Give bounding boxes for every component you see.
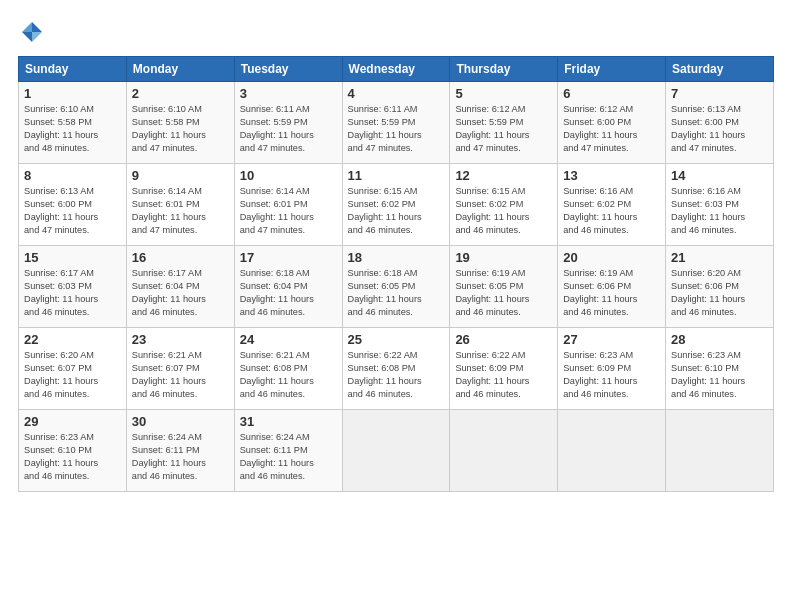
calendar-cell: 22Sunrise: 6:20 AM Sunset: 6:07 PM Dayli… xyxy=(19,328,127,410)
day-number: 8 xyxy=(24,168,121,183)
weekday-monday: Monday xyxy=(126,57,234,82)
day-number: 4 xyxy=(348,86,445,101)
day-number: 1 xyxy=(24,86,121,101)
day-info: Sunrise: 6:24 AM Sunset: 6:11 PM Dayligh… xyxy=(132,431,229,483)
calendar-cell xyxy=(666,410,774,492)
day-info: Sunrise: 6:12 AM Sunset: 6:00 PM Dayligh… xyxy=(563,103,660,155)
calendar-cell: 12Sunrise: 6:15 AM Sunset: 6:02 PM Dayli… xyxy=(450,164,558,246)
calendar-week-1: 1Sunrise: 6:10 AM Sunset: 5:58 PM Daylig… xyxy=(19,82,774,164)
calendar-cell: 26Sunrise: 6:22 AM Sunset: 6:09 PM Dayli… xyxy=(450,328,558,410)
day-info: Sunrise: 6:23 AM Sunset: 6:10 PM Dayligh… xyxy=(24,431,121,483)
calendar-cell: 25Sunrise: 6:22 AM Sunset: 6:08 PM Dayli… xyxy=(342,328,450,410)
day-number: 21 xyxy=(671,250,768,265)
calendar-cell: 1Sunrise: 6:10 AM Sunset: 5:58 PM Daylig… xyxy=(19,82,127,164)
day-number: 11 xyxy=(348,168,445,183)
day-info: Sunrise: 6:21 AM Sunset: 6:08 PM Dayligh… xyxy=(240,349,337,401)
calendar-cell: 24Sunrise: 6:21 AM Sunset: 6:08 PM Dayli… xyxy=(234,328,342,410)
day-info: Sunrise: 6:19 AM Sunset: 6:06 PM Dayligh… xyxy=(563,267,660,319)
calendar-cell: 20Sunrise: 6:19 AM Sunset: 6:06 PM Dayli… xyxy=(558,246,666,328)
day-number: 14 xyxy=(671,168,768,183)
day-info: Sunrise: 6:24 AM Sunset: 6:11 PM Dayligh… xyxy=(240,431,337,483)
day-info: Sunrise: 6:15 AM Sunset: 6:02 PM Dayligh… xyxy=(348,185,445,237)
calendar-cell xyxy=(342,410,450,492)
calendar-cell: 19Sunrise: 6:19 AM Sunset: 6:05 PM Dayli… xyxy=(450,246,558,328)
calendar-cell: 4Sunrise: 6:11 AM Sunset: 5:59 PM Daylig… xyxy=(342,82,450,164)
day-number: 16 xyxy=(132,250,229,265)
calendar-cell: 30Sunrise: 6:24 AM Sunset: 6:11 PM Dayli… xyxy=(126,410,234,492)
day-number: 19 xyxy=(455,250,552,265)
day-info: Sunrise: 6:23 AM Sunset: 6:10 PM Dayligh… xyxy=(671,349,768,401)
day-number: 3 xyxy=(240,86,337,101)
calendar-week-5: 29Sunrise: 6:23 AM Sunset: 6:10 PM Dayli… xyxy=(19,410,774,492)
day-number: 27 xyxy=(563,332,660,347)
day-number: 9 xyxy=(132,168,229,183)
day-info: Sunrise: 6:20 AM Sunset: 6:07 PM Dayligh… xyxy=(24,349,121,401)
day-info: Sunrise: 6:11 AM Sunset: 5:59 PM Dayligh… xyxy=(240,103,337,155)
day-info: Sunrise: 6:13 AM Sunset: 6:00 PM Dayligh… xyxy=(671,103,768,155)
day-info: Sunrise: 6:11 AM Sunset: 5:59 PM Dayligh… xyxy=(348,103,445,155)
calendar-week-3: 15Sunrise: 6:17 AM Sunset: 6:03 PM Dayli… xyxy=(19,246,774,328)
day-number: 10 xyxy=(240,168,337,183)
day-info: Sunrise: 6:10 AM Sunset: 5:58 PM Dayligh… xyxy=(24,103,121,155)
calendar-cell xyxy=(558,410,666,492)
day-number: 2 xyxy=(132,86,229,101)
day-number: 23 xyxy=(132,332,229,347)
day-info: Sunrise: 6:20 AM Sunset: 6:06 PM Dayligh… xyxy=(671,267,768,319)
day-number: 18 xyxy=(348,250,445,265)
day-number: 17 xyxy=(240,250,337,265)
day-number: 29 xyxy=(24,414,121,429)
calendar-cell: 23Sunrise: 6:21 AM Sunset: 6:07 PM Dayli… xyxy=(126,328,234,410)
day-info: Sunrise: 6:15 AM Sunset: 6:02 PM Dayligh… xyxy=(455,185,552,237)
day-info: Sunrise: 6:21 AM Sunset: 6:07 PM Dayligh… xyxy=(132,349,229,401)
logo xyxy=(18,18,50,46)
day-info: Sunrise: 6:23 AM Sunset: 6:09 PM Dayligh… xyxy=(563,349,660,401)
day-number: 25 xyxy=(348,332,445,347)
logo-icon xyxy=(18,18,46,46)
calendar-cell: 6Sunrise: 6:12 AM Sunset: 6:00 PM Daylig… xyxy=(558,82,666,164)
day-info: Sunrise: 6:16 AM Sunset: 6:02 PM Dayligh… xyxy=(563,185,660,237)
calendar-cell: 29Sunrise: 6:23 AM Sunset: 6:10 PM Dayli… xyxy=(19,410,127,492)
calendar-cell: 16Sunrise: 6:17 AM Sunset: 6:04 PM Dayli… xyxy=(126,246,234,328)
calendar-cell: 3Sunrise: 6:11 AM Sunset: 5:59 PM Daylig… xyxy=(234,82,342,164)
calendar-cell: 14Sunrise: 6:16 AM Sunset: 6:03 PM Dayli… xyxy=(666,164,774,246)
calendar-cell: 10Sunrise: 6:14 AM Sunset: 6:01 PM Dayli… xyxy=(234,164,342,246)
day-number: 30 xyxy=(132,414,229,429)
day-number: 5 xyxy=(455,86,552,101)
calendar-cell: 18Sunrise: 6:18 AM Sunset: 6:05 PM Dayli… xyxy=(342,246,450,328)
day-info: Sunrise: 6:12 AM Sunset: 5:59 PM Dayligh… xyxy=(455,103,552,155)
weekday-friday: Friday xyxy=(558,57,666,82)
calendar-cell: 15Sunrise: 6:17 AM Sunset: 6:03 PM Dayli… xyxy=(19,246,127,328)
day-info: Sunrise: 6:16 AM Sunset: 6:03 PM Dayligh… xyxy=(671,185,768,237)
calendar-table: SundayMondayTuesdayWednesdayThursdayFrid… xyxy=(18,56,774,492)
page: SundayMondayTuesdayWednesdayThursdayFrid… xyxy=(0,0,792,612)
calendar-cell: 17Sunrise: 6:18 AM Sunset: 6:04 PM Dayli… xyxy=(234,246,342,328)
day-number: 7 xyxy=(671,86,768,101)
day-number: 15 xyxy=(24,250,121,265)
day-number: 6 xyxy=(563,86,660,101)
calendar-cell xyxy=(450,410,558,492)
day-number: 22 xyxy=(24,332,121,347)
day-info: Sunrise: 6:13 AM Sunset: 6:00 PM Dayligh… xyxy=(24,185,121,237)
calendar-cell: 7Sunrise: 6:13 AM Sunset: 6:00 PM Daylig… xyxy=(666,82,774,164)
day-number: 13 xyxy=(563,168,660,183)
weekday-tuesday: Tuesday xyxy=(234,57,342,82)
calendar-cell: 2Sunrise: 6:10 AM Sunset: 5:58 PM Daylig… xyxy=(126,82,234,164)
day-number: 26 xyxy=(455,332,552,347)
calendar-body: 1Sunrise: 6:10 AM Sunset: 5:58 PM Daylig… xyxy=(19,82,774,492)
day-info: Sunrise: 6:17 AM Sunset: 6:03 PM Dayligh… xyxy=(24,267,121,319)
day-info: Sunrise: 6:18 AM Sunset: 6:05 PM Dayligh… xyxy=(348,267,445,319)
calendar-cell: 8Sunrise: 6:13 AM Sunset: 6:00 PM Daylig… xyxy=(19,164,127,246)
day-info: Sunrise: 6:14 AM Sunset: 6:01 PM Dayligh… xyxy=(240,185,337,237)
day-info: Sunrise: 6:19 AM Sunset: 6:05 PM Dayligh… xyxy=(455,267,552,319)
calendar-cell: 11Sunrise: 6:15 AM Sunset: 6:02 PM Dayli… xyxy=(342,164,450,246)
day-number: 24 xyxy=(240,332,337,347)
day-info: Sunrise: 6:22 AM Sunset: 6:09 PM Dayligh… xyxy=(455,349,552,401)
day-info: Sunrise: 6:10 AM Sunset: 5:58 PM Dayligh… xyxy=(132,103,229,155)
weekday-header-row: SundayMondayTuesdayWednesdayThursdayFrid… xyxy=(19,57,774,82)
weekday-wednesday: Wednesday xyxy=(342,57,450,82)
weekday-sunday: Sunday xyxy=(19,57,127,82)
calendar-cell: 31Sunrise: 6:24 AM Sunset: 6:11 PM Dayli… xyxy=(234,410,342,492)
calendar-cell: 27Sunrise: 6:23 AM Sunset: 6:09 PM Dayli… xyxy=(558,328,666,410)
day-number: 12 xyxy=(455,168,552,183)
calendar-cell: 5Sunrise: 6:12 AM Sunset: 5:59 PM Daylig… xyxy=(450,82,558,164)
